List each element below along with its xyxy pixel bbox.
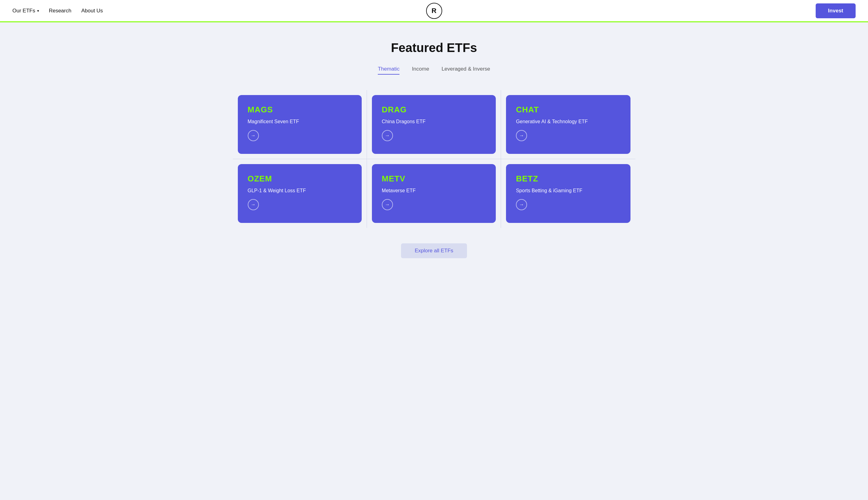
etf-name-ozem: GLP-1 & Weight Loss ETF [248,188,352,193]
etf-card-mags[interactable]: MAGSMagnificent Seven ETF→ [238,95,362,154]
etf-ticker-chat: CHAT [516,105,620,115]
etf-card-ozem[interactable]: OZEMGLP-1 & Weight Loss ETF→ [238,164,362,223]
etf-name-mags: Magnificent Seven ETF [248,119,352,124]
etf-ticker-mags: MAGS [248,105,352,115]
nav-research[interactable]: Research [49,8,71,14]
etf-ticker-drag: DRAG [382,105,486,115]
etf-arrow-icon-metv[interactable]: → [382,199,393,210]
etf-card-chat[interactable]: CHATGenerative AI & Technology ETF→ [506,95,630,154]
etf-ticker-betz: BETZ [516,174,620,184]
etf-card-wrapper-5: BETZSports Betting & iGaming ETF→ [501,159,635,228]
tab-leveraged-inverse[interactable]: Leveraged & Inverse [442,66,490,75]
nav-our-etfs[interactable]: Our ETFs ▾ [12,8,39,14]
etf-name-metv: Metaverse ETF [382,188,486,193]
logo-icon[interactable]: R [426,3,442,19]
nav-about-us[interactable]: About Us [81,8,103,14]
etf-card-wrapper-0: MAGSMagnificent Seven ETF→ [233,90,367,159]
etf-name-chat: Generative AI & Technology ETF [516,119,620,124]
etf-card-metv[interactable]: METVMetaverse ETF→ [372,164,496,223]
chevron-down-icon: ▾ [37,9,39,13]
etf-name-betz: Sports Betting & iGaming ETF [516,188,620,193]
etf-card-drag[interactable]: DRAGChina Dragons ETF→ [372,95,496,154]
explore-all-etfs-button[interactable]: Explore all ETFs [401,243,467,258]
nav-right: Invest [816,3,856,18]
etf-ticker-ozem: OZEM [248,174,352,184]
page-title: Featured ETFs [233,41,635,55]
etf-ticker-metv: METV [382,174,486,184]
nav-left: Our ETFs ▾ Research About Us [12,8,103,14]
etf-grid: MAGSMagnificent Seven ETF→DRAGChina Drag… [233,90,635,228]
tab-thematic[interactable]: Thematic [378,66,399,75]
etf-card-wrapper-1: DRAGChina Dragons ETF→ [367,90,501,159]
navbar: Our ETFs ▾ Research About Us R Invest [0,0,868,22]
etf-card-wrapper-2: CHATGenerative AI & Technology ETF→ [501,90,635,159]
etf-arrow-icon-drag[interactable]: → [382,130,393,141]
etf-arrow-icon-betz[interactable]: → [516,199,527,210]
etf-arrow-icon-ozem[interactable]: → [248,199,259,210]
tabs-container: Thematic Income Leveraged & Inverse [233,66,635,75]
etf-card-wrapper-4: METVMetaverse ETF→ [367,159,501,228]
logo-area: R [426,3,442,19]
main-content: Featured ETFs Thematic Income Leveraged … [208,22,660,283]
invest-button[interactable]: Invest [816,3,856,18]
etf-card-betz[interactable]: BETZSports Betting & iGaming ETF→ [506,164,630,223]
etf-arrow-icon-mags[interactable]: → [248,130,259,141]
tab-income[interactable]: Income [412,66,429,75]
explore-area: Explore all ETFs [233,243,635,258]
etf-card-wrapper-3: OZEMGLP-1 & Weight Loss ETF→ [233,159,367,228]
etf-name-drag: China Dragons ETF [382,119,486,124]
etf-arrow-icon-chat[interactable]: → [516,130,527,141]
